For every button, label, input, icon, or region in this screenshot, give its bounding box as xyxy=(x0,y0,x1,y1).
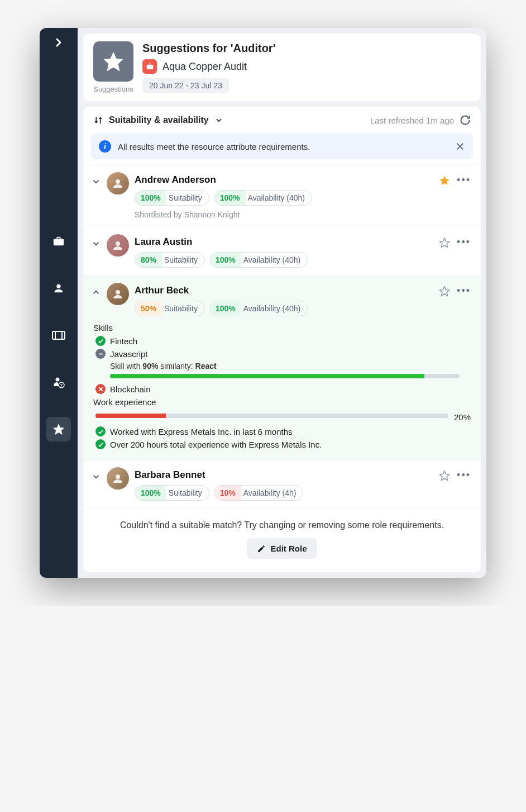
nav-star-icon[interactable] xyxy=(46,417,71,441)
project-briefcase-icon xyxy=(142,59,157,74)
svg-point-15 xyxy=(116,290,120,295)
check-icon xyxy=(95,439,106,449)
sort-dropdown[interactable]: Suitability & availability xyxy=(93,115,223,125)
person-row: Andrew Anderson 100% Suitability 100% Av… xyxy=(83,165,481,227)
expand-sidebar-button[interactable] xyxy=(52,36,65,49)
last-refreshed: Last refreshed 1m ago xyxy=(370,116,454,125)
footer: Couldn't find a suitable match? Try chan… xyxy=(83,509,481,572)
info-banner: i All results meet the resource attribut… xyxy=(91,134,473,159)
edit-role-label: Edit Role xyxy=(270,544,307,553)
suggestions-star-tile xyxy=(93,41,133,82)
person-row: Laura Austin 80% Suitability 100% Availa… xyxy=(83,227,481,276)
shortlist-note: Shortlisted by Shannon Knight xyxy=(135,210,433,219)
expand-toggle[interactable] xyxy=(91,287,101,297)
work-exp-pct: 20% xyxy=(454,412,471,422)
refresh-button[interactable] xyxy=(460,115,471,126)
svg-marker-12 xyxy=(440,175,450,185)
work-label: Work experience xyxy=(93,397,471,407)
more-button[interactable]: ••• xyxy=(457,285,471,297)
availability-chip: 100% Availability (40h) xyxy=(209,301,308,316)
person-name[interactable]: Laura Austin xyxy=(135,236,433,248)
skill-name: Javascript xyxy=(110,349,148,359)
avatar[interactable] xyxy=(107,172,129,194)
star-button[interactable] xyxy=(439,175,450,186)
suitability-chip: 100% Suitability xyxy=(135,485,209,501)
check-icon xyxy=(95,426,106,436)
nav-briefcase-icon[interactable] xyxy=(46,229,71,254)
skill-name: Fintech xyxy=(110,336,137,346)
svg-marker-14 xyxy=(440,238,450,247)
more-button[interactable]: ••• xyxy=(457,174,471,186)
suitability-chip: 100% Suitability xyxy=(135,190,209,206)
availability-chip: 10% Availability (4h) xyxy=(214,485,304,501)
sidebar: ? xyxy=(40,28,78,578)
person-details: Skills Fintech Javascript xyxy=(91,316,471,449)
expand-toggle[interactable] xyxy=(91,239,101,249)
work-exp-bar xyxy=(95,414,448,418)
check-icon xyxy=(95,336,106,346)
skills-label: Skills xyxy=(93,323,471,333)
suitability-chip: 80% Suitability xyxy=(135,252,205,268)
content-area: Suggestions Suggestions for 'Auditor' Aq… xyxy=(78,28,486,578)
person-row: Arthur Beck 50% Suitability 100% Availab… xyxy=(83,276,481,460)
avatar[interactable] xyxy=(107,467,129,490)
work-exp-item: Over 200 hours total experience with Exp… xyxy=(95,439,471,449)
svg-marker-7 xyxy=(53,424,64,435)
star-button[interactable] xyxy=(439,286,450,297)
skill-item: Blockchain xyxy=(95,384,471,394)
svg-point-11 xyxy=(116,179,120,184)
page-title: Suggestions for 'Auditor' xyxy=(142,42,275,55)
avatar[interactable] xyxy=(107,283,129,305)
info-text: All results meet the resource attribute … xyxy=(118,142,448,151)
work-exp-item: Worked with Express Metals Inc. in last … xyxy=(95,426,471,436)
suitability-chip: 50% Suitability xyxy=(135,301,205,316)
availability-chip: 100% Availability (40h) xyxy=(209,252,308,268)
app-shell: ? Suggestions Suggestions for 'Auditor' … xyxy=(40,28,486,578)
suggestions-label: Suggestions xyxy=(93,85,133,93)
expand-toggle[interactable] xyxy=(91,177,101,187)
similarity-text: Skill with 90% similarity: React xyxy=(110,362,471,371)
info-icon: i xyxy=(99,140,111,153)
svg-point-20 xyxy=(116,474,120,479)
skill-item: Fintech xyxy=(95,336,471,346)
svg-point-13 xyxy=(116,241,120,246)
project-name[interactable]: Aqua Copper Audit xyxy=(162,61,247,73)
edit-role-button[interactable]: Edit Role xyxy=(247,538,317,559)
sort-icon xyxy=(93,115,103,125)
expand-toggle[interactable] xyxy=(91,472,101,482)
date-range-chip: 20 Jun 22 - 23 Jul 23 xyxy=(142,78,229,93)
person-name[interactable]: Barbara Bennet xyxy=(135,469,433,481)
svg-point-0 xyxy=(56,284,60,288)
more-button[interactable]: ••• xyxy=(457,236,471,248)
person-row: Barbara Bennet 100% Suitability 10% Avai… xyxy=(83,460,481,509)
nav-person-help-icon[interactable]: ? xyxy=(46,370,71,395)
person-name[interactable]: Andrew Anderson xyxy=(135,174,433,186)
skill-name: Blockchain xyxy=(110,384,151,394)
sort-label: Suitability & availability xyxy=(109,115,209,125)
nav-person-icon[interactable] xyxy=(46,276,71,301)
svg-marker-21 xyxy=(440,471,450,480)
close-banner-button[interactable] xyxy=(455,141,465,151)
star-button[interactable] xyxy=(439,470,450,481)
svg-point-4 xyxy=(56,378,60,382)
star-button[interactable] xyxy=(439,237,450,248)
person-name[interactable]: Arthur Beck xyxy=(135,285,433,296)
cross-icon xyxy=(95,384,106,394)
svg-marker-8 xyxy=(104,52,123,72)
similarity-bar xyxy=(110,374,460,378)
footer-text: Couldn't find a suitable match? Try chan… xyxy=(100,520,464,530)
pencil-icon xyxy=(257,544,266,553)
chevron-down-icon xyxy=(214,116,223,125)
availability-chip: 100% Availability (40h) xyxy=(214,190,312,206)
svg-marker-16 xyxy=(440,286,450,296)
svg-text:?: ? xyxy=(60,383,63,387)
results-panel: Suitability & availability Last refreshe… xyxy=(83,107,481,572)
skill-item: Javascript xyxy=(95,349,471,359)
dash-icon xyxy=(95,349,106,359)
avatar[interactable] xyxy=(107,234,129,257)
header-card: Suggestions Suggestions for 'Auditor' Aq… xyxy=(83,34,481,101)
svg-rect-1 xyxy=(52,331,65,339)
nav-ticket-icon[interactable] xyxy=(46,323,71,348)
more-button[interactable]: ••• xyxy=(457,469,471,481)
